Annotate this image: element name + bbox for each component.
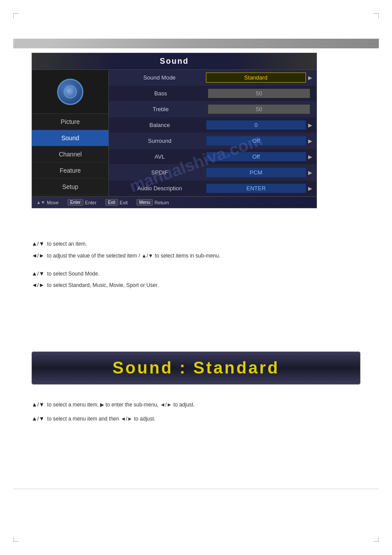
row-label-spdif: SPDIF	[113, 169, 206, 176]
row-value-audio-desc: ENTER	[206, 184, 306, 193]
row-label-avl: AVL	[113, 153, 206, 160]
menu-title-bar: Sound	[32, 53, 316, 70]
sidebar-icon-area	[32, 70, 108, 114]
menu-row-surround[interactable]: Surround Off ▶	[109, 133, 316, 149]
instruction-text-4: to select Standard, Music, Movie, Sport …	[47, 281, 360, 290]
row-value-sound-mode: Standard	[206, 73, 306, 83]
row-value-avl: Off	[206, 152, 306, 161]
menu-content: Sound Mode Standard ▶ Bass 50 Treble 50 …	[109, 70, 316, 196]
move-arrows-icon: ▲▼	[36, 200, 45, 205]
lower-instruction-line-1: ▲/▼ to select a menu item, ▶ to enter th…	[32, 400, 360, 410]
menu-row-audio-desc[interactable]: Audio Description ENTER ▶	[109, 181, 316, 196]
menu-label: Return	[155, 200, 169, 205]
menu-statusbar: ▲▼ Move Enter Enter Exit Exit Menu Retur…	[32, 196, 316, 208]
bottom-divider	[13, 489, 379, 489]
instruction-text-3: to select Sound Mode.	[47, 270, 360, 278]
lower-instruction-line-2: ▲/▼ to select a menu item and then ◄/► t…	[32, 414, 360, 424]
menu-row-sound-mode[interactable]: Sound Mode Standard ▶	[109, 70, 316, 86]
tv-menu: Sound Picture Sound Channel Feature	[32, 53, 317, 208]
instruction-line-1: ▲/▼ to select an item.	[32, 239, 360, 249]
row-label-treble: Treble	[113, 106, 208, 112]
exit-btn: Exit	[105, 199, 118, 206]
lower-instruction-text-2: to select a menu item and then ◄/► to ad…	[47, 414, 360, 423]
instruction-line-3: ▲/▼ to select Sound Mode.	[32, 269, 360, 279]
menu-row-avl[interactable]: AVL Off ▶	[109, 149, 316, 165]
lower-instructions: ▲/▼ to select a menu item, ▶ to enter th…	[32, 400, 360, 428]
row-label-balance: Balance	[113, 122, 206, 128]
status-exit: Exit Exit	[105, 199, 128, 206]
row-label-sound-mode: Sound Mode	[113, 74, 206, 81]
row-arrow-spdif: ▶	[308, 170, 312, 176]
row-value-bass: 50	[208, 89, 310, 98]
corner-mark-br	[374, 537, 379, 542]
corner-mark-tr	[374, 13, 379, 18]
instruction-line-4: ◄/► to select Standard, Music, Movie, Sp…	[32, 281, 360, 290]
sidebar-item-feature[interactable]: Feature	[32, 163, 108, 179]
header-bar	[13, 39, 379, 48]
row-arrow-sound-mode: ▶	[308, 75, 312, 81]
row-value-surround: Off	[206, 136, 306, 145]
row-value-spdif: PCM	[206, 168, 306, 177]
sidebar-item-sound[interactable]: Sound	[32, 130, 108, 146]
row-label-audio-desc: Audio Description	[113, 185, 206, 192]
arrow-up-down-mid: ▲/▼	[141, 253, 153, 259]
sidebar-item-setup[interactable]: Setup	[32, 179, 108, 195]
header-tab	[13, 39, 48, 48]
row-arrow-balance: ▶	[308, 122, 312, 128]
exit-label: Exit	[120, 200, 128, 205]
row-label-surround: Surround	[113, 138, 206, 144]
row-value-balance: 0	[206, 120, 306, 130]
lower-arrow-1: ▲/▼	[32, 400, 44, 410]
sound-standard-text: Sound : Standard	[112, 359, 280, 377]
enter-btn: Enter	[68, 199, 83, 206]
menu-row-spdif[interactable]: SPDIF PCM ▶	[109, 165, 316, 181]
row-arrow-avl: ▶	[308, 154, 312, 160]
menu-row-bass[interactable]: Bass 50	[109, 86, 316, 102]
arrow-up-down-1: ▲/▼	[32, 239, 44, 249]
row-label-bass: Bass	[113, 90, 208, 97]
lower-arrow-2: ▲/▼	[32, 414, 44, 424]
instructions-section: ▲/▼ to select an item. ◄/► to adjust the…	[32, 239, 360, 293]
sound-icon	[57, 79, 83, 105]
menu-row-treble[interactable]: Treble 50	[109, 102, 316, 117]
corner-mark-tl	[13, 13, 18, 18]
move-label: Move	[47, 200, 59, 205]
menu-body: Picture Sound Channel Feature Setup Soun…	[32, 70, 316, 196]
instruction-text-2: to adjust the value of the selected item…	[47, 252, 360, 260]
sidebar-item-channel[interactable]: Channel	[32, 146, 108, 163]
instruction-text-1: to select an item.	[47, 240, 360, 248]
menu-btn: Menu	[137, 199, 153, 206]
arrow-left-right-2: ◄/►	[32, 281, 44, 290]
arrow-up-down-2: ▲/▼	[32, 269, 44, 279]
arrow-left-right-1: ◄/►	[32, 251, 44, 261]
status-move: ▲▼ Move	[36, 200, 59, 205]
row-arrow-surround: ▶	[308, 138, 312, 144]
corner-mark-bl	[13, 537, 18, 542]
instruction-line-2: ◄/► to adjust the value of the selected …	[32, 251, 360, 261]
enter-label: Enter	[85, 200, 97, 205]
status-return: Menu Return	[137, 199, 169, 206]
menu-sidebar: Picture Sound Channel Feature Setup	[32, 70, 109, 196]
sound-standard-banner: Sound : Standard	[32, 352, 360, 385]
lower-instruction-text-1: to select a menu item, ▶ to enter the su…	[47, 400, 360, 409]
menu-title: Sound	[160, 57, 189, 65]
row-value-treble: 50	[208, 105, 310, 114]
row-arrow-audio-desc: ▶	[308, 185, 312, 192]
sound-icon-inner	[64, 85, 77, 98]
menu-row-balance[interactable]: Balance 0 ▶	[109, 117, 316, 133]
status-enter: Enter Enter	[68, 199, 97, 206]
sidebar-item-picture[interactable]: Picture	[32, 114, 108, 130]
